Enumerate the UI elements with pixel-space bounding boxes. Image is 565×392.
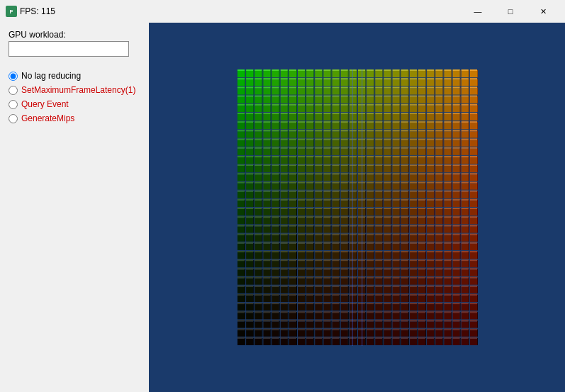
app-icon: F: [6, 6, 17, 17]
gpu-workload-input[interactable]: [9, 41, 129, 57]
radio-label-query: Query Event: [21, 99, 69, 109]
visualization: [237, 69, 478, 346]
gpu-workload-group: GPU workload:: [9, 30, 140, 57]
visualization-canvas: [237, 69, 478, 346]
radio-label-gen-mips: GenerateMips: [21, 113, 74, 123]
radio-no-lag[interactable]: [9, 72, 18, 81]
lag-reduction-options: No lag reducing SetMaximumFrameLatency(1…: [9, 71, 140, 123]
radio-label-set-max: SetMaximumFrameLatency(1): [21, 85, 135, 95]
radio-item-gen-mips[interactable]: GenerateMips: [9, 113, 140, 123]
radio-label-no-lag: No lag reducing: [21, 71, 81, 81]
left-panel: GPU workload: No lag reducing SetMaximum…: [0, 23, 149, 392]
radio-gen-mips[interactable]: [9, 114, 18, 123]
minimize-icon: —: [474, 7, 482, 16]
radio-query[interactable]: [9, 100, 18, 109]
window-title: FPS: 115: [20, 6, 461, 16]
radio-item-set-max[interactable]: SetMaximumFrameLatency(1): [9, 85, 140, 95]
main-area: GPU workload: No lag reducing SetMaximum…: [0, 23, 565, 392]
radio-item-no-lag[interactable]: No lag reducing: [9, 71, 140, 81]
minimize-button[interactable]: —: [461, 0, 494, 23]
close-button[interactable]: ✕: [527, 0, 559, 23]
maximize-button[interactable]: □: [494, 0, 527, 23]
title-bar: F FPS: 115 — □ ✕: [0, 0, 565, 23]
canvas-area: [149, 23, 565, 392]
gpu-workload-label: GPU workload:: [9, 30, 140, 40]
close-icon: ✕: [540, 7, 547, 16]
maximize-icon: □: [508, 7, 513, 16]
window-controls: — □ ✕: [461, 0, 559, 23]
radio-item-query[interactable]: Query Event: [9, 99, 140, 109]
radio-set-max[interactable]: [9, 86, 18, 95]
